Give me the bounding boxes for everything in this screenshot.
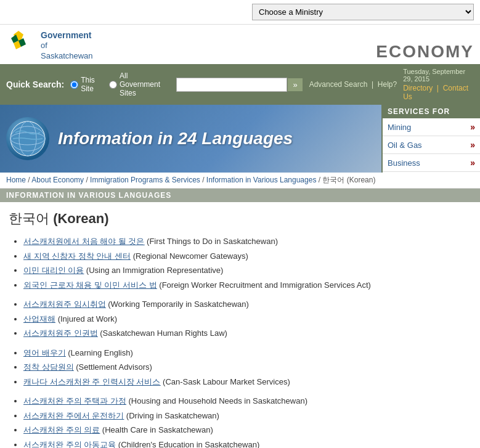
date-text: Tuesday, September 29, 2015 — [403, 68, 474, 83]
list-item: 외국인 근로자 채용 및 이민 서비스 법 (Foreign Worker Re… — [23, 279, 471, 291]
search-input[interactable] — [176, 78, 287, 92]
ministry-dropdown[interactable]: Choose a Ministry — [252, 4, 474, 20]
link-1-1[interactable]: 서스캐처원에서 처음 해야 될 것은 — [23, 237, 144, 246]
service-business[interactable]: Business » — [383, 154, 480, 172]
list-item: 서스캐처원주 인권법 (Saskatchewan Human Rights La… — [23, 327, 471, 340]
service-oil-gas[interactable]: Oil & Gas » — [383, 136, 480, 154]
link-3-1[interactable]: 영어 배우기 — [23, 348, 66, 357]
search-links: Advanced Search | Help? — [309, 80, 397, 89]
oil-gas-chevron: » — [470, 140, 475, 150]
banner-wrap: Information in 24 Languages SERVICES FOR… — [0, 105, 480, 173]
link-4-1[interactable]: 서스캐처완 주의 주택과 가정 — [23, 396, 126, 405]
ministry-name: ECONOMY — [376, 42, 474, 62]
this-site-radio[interactable] — [70, 81, 78, 89]
radio-this-site[interactable]: This Site — [70, 76, 100, 93]
list-item: 서스캐처원에서 처음 해야 될 것은 (First Things to Do i… — [23, 235, 471, 248]
list-item: 서스캐처완 주에서 운전하기 (Driving in Saskatchewan) — [23, 410, 471, 422]
search-radios: This Site All Government Sites — [70, 71, 170, 97]
link-2-3[interactable]: 서스캐처원주 인권법 — [23, 328, 98, 338]
directory-link[interactable]: Directory — [403, 84, 433, 92]
list-item: 영어 배우기 (Learning English) — [23, 347, 471, 359]
search-right: Tuesday, September 29, 2015 Directory | … — [403, 68, 474, 101]
list-item: 서스캐처원주 임시취업 (Working Temporarily in Sask… — [23, 298, 471, 311]
breadcrumb-current: 한국어 (Korean) — [322, 176, 375, 184]
all-sites-radio[interactable] — [109, 81, 117, 89]
services-sidebar: SERVICES FOR Mining » Oil & Gas » Busine… — [381, 105, 480, 173]
link-3-2[interactable]: 정착 상담원의 — [23, 362, 74, 372]
breadcrumb-immigration[interactable]: Immigration Programs & Services — [90, 176, 200, 184]
search-input-wrap: » — [176, 78, 303, 92]
logo-icon — [6, 30, 36, 62]
search-button[interactable]: » — [287, 78, 303, 92]
business-chevron: » — [470, 158, 475, 168]
breadcrumb-bar: Home / About Economy / Immigration Progr… — [0, 173, 480, 189]
breadcrumb-home[interactable]: Home — [6, 176, 26, 184]
help-link[interactable]: Help? — [378, 80, 397, 89]
list-item: 서스캐처완 주의 아동교육 (Children's Education in S… — [23, 439, 471, 449]
service-mining[interactable]: Mining » — [383, 118, 480, 136]
list-item: 정착 상담원의 (Settlement Advisors) — [23, 361, 471, 373]
list-item: 캐나다 서스캐처완 주 인력시장 서비스 (Can-Sask Labour Ma… — [23, 376, 471, 388]
list-item: 서스캐처완 주의 주택과 가정 (Housing and Household N… — [23, 395, 471, 407]
logo-area: Government of Saskatchewan — [6, 30, 93, 62]
page-title: 한국어 (Korean) — [9, 210, 471, 228]
link-4-4[interactable]: 서스캐처완 주의 아동교육 — [23, 440, 116, 449]
korean-list-1: 서스캐처원에서 처음 해야 될 것은 (First Things to Do i… — [9, 235, 471, 291]
list-item: 산업재해 (Injured at Work) — [23, 313, 471, 325]
services-header: SERVICES FOR — [383, 105, 480, 118]
radio-all-sites[interactable]: All Government Sites — [109, 71, 170, 97]
logo-text: Government of Saskatchewan — [41, 30, 93, 62]
section-header: INFORMATION IN VARIOUS LANGUAGES — [0, 189, 480, 202]
banner-main: Information in 24 Languages — [0, 105, 381, 173]
header: Government of Saskatchewan ECONOMY — [0, 25, 480, 64]
breadcrumb-economy[interactable]: About Economy — [31, 176, 84, 184]
dir-links: Directory | Contact Us — [403, 84, 474, 101]
search-label: Quick Search: — [6, 79, 64, 89]
korean-list-4: 서스캐처완 주의 주택과 가정 (Housing and Household N… — [9, 395, 471, 448]
link-1-2[interactable]: 새 지역 신참자 정착 안내 센터 — [23, 251, 131, 261]
korean-list-3: 영어 배우기 (Learning English) 정착 상담원의 (Settl… — [9, 347, 471, 388]
globe-icon — [6, 117, 49, 160]
link-1-3[interactable]: 이민 대리인 이용 — [23, 266, 84, 275]
top-bar: Choose a Ministry — [0, 0, 480, 25]
korean-list-2: 서스캐처원주 임시취업 (Working Temporarily in Sask… — [9, 298, 471, 340]
banner-title: Information in 24 Languages — [58, 129, 293, 149]
list-item: 이민 대리인 이용 (Using an Immigration Represen… — [23, 264, 471, 277]
link-1-4[interactable]: 외국인 근로자 채용 및 이민 서비스 법 — [23, 280, 157, 290]
link-2-1[interactable]: 서스캐처원주 임시취업 — [23, 299, 106, 309]
link-4-3[interactable]: 서스캐처완 주의 의료 — [23, 425, 100, 434]
main-content: 한국어 (Korean) 서스캐처원에서 처음 해야 될 것은 (First T… — [0, 202, 480, 448]
mining-chevron: » — [470, 122, 475, 132]
advanced-search-link[interactable]: Advanced Search — [309, 80, 368, 89]
link-3-3[interactable]: 캐나다 서스캐처완 주 인력시장 서비스 — [23, 377, 160, 386]
search-bar: Quick Search: This Site All Government S… — [0, 64, 480, 105]
link-4-2[interactable]: 서스캐처완 주에서 운전하기 — [23, 411, 124, 420]
breadcrumb-various-languages[interactable]: Information in Various Languages — [206, 176, 317, 184]
list-item: 서스캐처완 주의 의료 (Health Care in Saskatchewan… — [23, 424, 471, 436]
list-item: 새 지역 신참자 정착 안내 센터 (Regional Newcomer Gat… — [23, 250, 471, 263]
link-2-2[interactable]: 산업재해 — [23, 314, 55, 324]
